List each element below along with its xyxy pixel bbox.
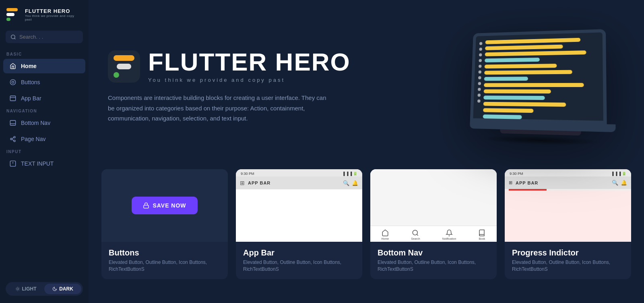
laptop-shadow [481, 134, 603, 146]
laptop-dot [479, 53, 482, 56]
bottomnav-item-search: Search [411, 229, 420, 240]
laptop-bar [483, 102, 566, 107]
cards-section: SAVE NOW Buttons Elevated Button, Outlin… [89, 169, 644, 295]
hero-left: FLUTTER HERO You think we provide and co… [108, 50, 456, 124]
sidebar-item-appbar[interactable]: App Bar [3, 91, 85, 106]
lock-icon [143, 202, 149, 209]
hero-icon-dot [114, 72, 119, 78]
card-bottomnav-info: Bottom Nav Elevated Button, Outline Butt… [370, 242, 497, 279]
logo-title: FLUTTER HERO [25, 8, 82, 14]
progress-status-bar: 9:30 PM ▐ ▐ ▐ 🔋 [505, 169, 631, 176]
progress-action-bar: ⊞ APP BAR 🔍 🔔 [505, 176, 631, 189]
svg-rect-6 [10, 120, 15, 125]
main-content: FLUTTER HERO You think we provide and co… [89, 0, 644, 303]
card-bottomnav-preview: Home Search Notification [370, 169, 497, 242]
laptop-bar [484, 89, 551, 93]
hero-brand: FLUTTER HERO You think we provide and co… [108, 50, 456, 83]
appbar-bell-icon: 🔔 [352, 180, 358, 186]
card-buttons-title: Buttons [109, 248, 221, 257]
sidebar-item-home[interactable]: Home [3, 59, 85, 73]
progress-body [505, 191, 631, 242]
appbar-status-bar: 9:30 PM ▐ ▐ ▐ 🔋 [236, 169, 362, 176]
laptop-dots [477, 41, 483, 103]
hero-icon-bar-orange [114, 55, 134, 61]
laptop-bar [485, 58, 540, 62]
sidebar-item-pagenav[interactable]: Page Nav [3, 132, 85, 146]
svg-rect-4 [10, 96, 15, 101]
svg-point-25 [413, 230, 418, 235]
svg-line-12 [12, 137, 14, 139]
hero-right [456, 30, 625, 143]
logo-bar-orange [6, 8, 18, 11]
theme-light-button[interactable]: LIGHT [7, 284, 44, 294]
sidebar: FLUTTER HERO You think we provide and co… [0, 0, 89, 303]
sidebar-item-bottomnav-label: Bottom Nav [21, 120, 50, 126]
progress-action-icons: 🔍 🔔 [612, 180, 627, 186]
card-appbar[interactable]: 9:30 PM ▐ ▐ ▐ 🔋 ⊞ APP BAR 🔍 🔔 Ap [236, 169, 362, 279]
sidebar-item-textinput[interactable]: TEXT INPUT [3, 156, 85, 171]
bottomnav-search-label: Search [411, 237, 420, 240]
search-input[interactable] [19, 34, 78, 40]
sidebar-logo: FLUTTER HERO You think we provide and co… [0, 0, 89, 27]
svg-point-15 [17, 288, 19, 290]
theme-dark-button[interactable]: DARK [44, 284, 81, 294]
theme-light-label: LIGHT [22, 286, 37, 292]
progress-bar-title: APP BAR [516, 181, 609, 185]
appbar-icon [10, 95, 16, 102]
svg-point-8 [14, 136, 15, 138]
sidebar-item-textinput-label: TEXT INPUT [21, 160, 54, 167]
progress-search-icon: 🔍 [612, 180, 618, 186]
search-icon [10, 34, 16, 40]
card-appbar-title: App Bar [243, 248, 355, 257]
sidebar-search[interactable] [6, 31, 83, 43]
laptop-illustration [469, 29, 616, 147]
sidebar-item-home-label: Home [21, 63, 37, 69]
laptop-bar [484, 83, 584, 87]
svg-line-1 [14, 38, 16, 39]
laptop-bar [483, 95, 545, 100]
appbar-body [236, 189, 362, 242]
appbar-action-bar: ⊞ APP BAR 🔍 🔔 [236, 176, 362, 189]
buttons-icon [10, 79, 16, 85]
laptop-bars [483, 37, 599, 121]
bottomnav-bar: Home Search Notification [370, 226, 497, 242]
progress-grid-icon: ⊞ [509, 180, 512, 185]
progress-time: 9:30 PM [510, 172, 523, 176]
svg-rect-24 [144, 205, 149, 208]
svg-line-11 [12, 139, 14, 141]
card-bottomnav[interactable]: Home Search Notification [370, 169, 497, 279]
laptop-dot [477, 100, 481, 103]
card-appbar-preview: 9:30 PM ▐ ▐ ▐ 🔋 ⊞ APP BAR 🔍 🔔 [236, 169, 362, 242]
card-appbar-desc: Elevated Button, Outline Button, Icon Bu… [243, 259, 355, 273]
laptop-bar [485, 64, 557, 68]
progress-preview-content: 9:30 PM ▐ ▐ ▐ 🔋 ⊞ APP BAR 🔍 🔔 [505, 169, 631, 242]
theme-dark-label: DARK [59, 286, 73, 292]
laptop-dot [479, 59, 482, 62]
card-progress[interactable]: 9:30 PM ▐ ▐ ▐ 🔋 ⊞ APP BAR 🔍 🔔 [505, 169, 631, 279]
sidebar-item-buttons[interactable]: Buttons [3, 75, 85, 89]
laptop-bar [484, 70, 572, 75]
bottomnav-item-home: Home [382, 229, 389, 240]
bottomnav-item-book: Book [478, 229, 485, 240]
card-buttons[interactable]: SAVE NOW Buttons Elevated Button, Outlin… [101, 169, 228, 279]
card-appbar-info: App Bar Elevated Button, Outline Button,… [236, 242, 362, 279]
laptop-dot [478, 93, 481, 97]
svg-point-0 [11, 35, 15, 38]
svg-line-26 [417, 234, 418, 235]
sidebar-item-bottomnav[interactable]: Bottom Nav [3, 116, 85, 130]
laptop-bar [485, 45, 563, 50]
card-buttons-preview: SAVE NOW [101, 169, 228, 242]
bottomnav-home-label: Home [382, 237, 389, 240]
textinput-icon [10, 160, 16, 167]
laptop-bar [483, 108, 533, 113]
laptop-bar [484, 77, 528, 81]
laptop-dot [478, 82, 481, 85]
laptop-screen [470, 29, 607, 124]
save-now-button[interactable]: SAVE NOW [132, 197, 197, 214]
laptop-bar [483, 114, 522, 119]
sidebar-section-input: INPUT [0, 147, 89, 156]
logo-text-block: FLUTTER HERO You think we provide and co… [25, 8, 82, 21]
card-progress-info: Progress Indictor Elevated Button, Outli… [505, 242, 631, 279]
laptop-dot [479, 48, 482, 51]
bottomnav-preview-content: Home Search Notification [370, 169, 497, 242]
